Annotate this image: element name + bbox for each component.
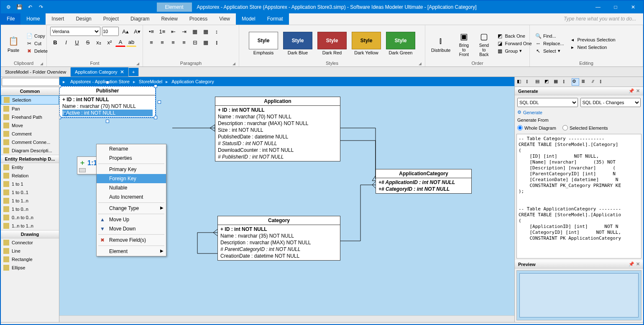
font-dialog-launcher[interactable]: ◢ [136, 61, 139, 66]
menu-diagram[interactable]: Diagram [125, 13, 155, 25]
qat-save-icon[interactable]: 💾 [15, 3, 23, 11]
tab-add-button[interactable]: + [129, 68, 139, 76]
menu-design[interactable]: Design [70, 13, 97, 25]
entity-field[interactable]: +# ApplicationID : int NOT NULL [378, 179, 469, 186]
entity-publisher[interactable]: Publisher + ID : int NOT NULLName : nvar… [59, 86, 156, 118]
pane-close-icon[interactable]: ✕ [636, 88, 640, 94]
menu-format[interactable]: Format [261, 13, 289, 25]
style-button-1[interactable]: Style [283, 32, 312, 49]
entity-field[interactable]: # PublisherID : int NOT NULL [218, 154, 337, 160]
tool-1-to-1[interactable]: 1 to 1 [1, 180, 59, 188]
menu-insert[interactable]: Insert [46, 13, 70, 25]
entity-field[interactable]: Description : nvarchar (MAX) NOT NULL [220, 239, 337, 246]
resize-handle[interactable] [59, 116, 61, 119]
menu-project[interactable]: Project [97, 13, 125, 25]
toolbox-group-common[interactable]: Common [1, 87, 59, 95]
entity-field[interactable]: Name : nvarchar (70) NOT NULL [218, 113, 337, 120]
horizontal-scrollbar[interactable] [59, 315, 514, 322]
tool-ellipse[interactable]: Ellipse [1, 264, 59, 272]
minimize-button[interactable]: — [590, 2, 606, 12]
align-right-button[interactable]: ≡ [168, 38, 178, 47]
pin-icon[interactable]: 📌 [629, 261, 634, 267]
entity-field[interactable]: + ID : int NOT NULL [218, 107, 337, 113]
connector-handle[interactable] [106, 81, 109, 84]
resize-handle[interactable] [59, 84, 61, 88]
entity-field[interactable]: + ID : int NOT NULL [62, 96, 153, 103]
rotate-handle-icon[interactable]: ↻ [64, 111, 69, 118]
entity-field[interactable]: + ID : int NOT NULL [220, 226, 337, 233]
entity-field[interactable]: +# CategoryID : int NOT NULL [378, 186, 469, 192]
strip-icon-9[interactable]: ⫽ [590, 78, 598, 86]
menu-item-move-down[interactable]: Move Down▼ [97, 224, 166, 233]
connector-handle[interactable] [158, 100, 161, 104]
crumb-diagram[interactable]: Application Category [171, 79, 214, 84]
tell-me-search[interactable]: Type here what you want to do... [560, 13, 643, 25]
add-field-icon[interactable]: ＋ [79, 159, 86, 167]
menu-file[interactable]: File [1, 13, 20, 25]
justify-button[interactable]: ≡ [179, 38, 189, 47]
entity-field[interactable]: Description : nvarchar (MAX) NOT NULL [218, 120, 337, 127]
tab-close-icon[interactable]: ✕ [120, 69, 124, 75]
next-selection-button[interactable]: ▸Next Selection [567, 44, 617, 51]
back-one-button[interactable]: ◩Back One [495, 33, 533, 39]
line-spacing-button[interactable]: ⫿ [212, 38, 222, 47]
generated-code-box[interactable]: -- Table Category ------------- CREATE T… [516, 134, 641, 258]
menu-item-auto-increment[interactable]: Auto Increment [97, 192, 166, 202]
strip-icon-8[interactable]: ≣ [581, 78, 588, 86]
align-left-button[interactable]: ≡ [146, 38, 156, 47]
maximize-button[interactable]: □ [607, 2, 624, 12]
borders-button[interactable]: ▦ [201, 38, 211, 47]
tool-freehand-path[interactable]: Freehand Path [1, 113, 59, 121]
tool-connector[interactable]: Connector [1, 238, 59, 247]
entity-field[interactable]: CreationDate : datetime NOT NULL [220, 253, 337, 259]
crumb-project[interactable]: Appstorex - Application Store [70, 79, 130, 84]
decrease-indent-button[interactable]: ⇤ [168, 27, 178, 36]
pin-icon[interactable]: 📌 [629, 88, 634, 94]
generate-source-select[interactable]: SQL DDL [517, 98, 578, 107]
connector-handle[interactable] [106, 120, 109, 123]
tool-1-to-0-n[interactable]: 1 to 0..n [1, 205, 59, 213]
group-button[interactable]: ▦Group ▾ [495, 48, 533, 54]
delete-button[interactable]: ✖Delete [24, 48, 49, 54]
select-button[interactable]: ↖Select ▾ [533, 48, 566, 54]
font-family-select[interactable]: Verdana [50, 27, 100, 36]
strip-icon-4[interactable]: ◩ [544, 78, 552, 86]
entity-field[interactable]: PublishedDate : datetime NULL [218, 133, 337, 140]
entity-field[interactable]: # StatusID : int NOT NULL [218, 140, 337, 147]
menu-item-change-type[interactable]: Change Type▶ [97, 204, 166, 213]
strip-icon-5[interactable]: ▦ [553, 78, 561, 86]
generate-target-select[interactable]: SQL DDL - Changes [580, 98, 641, 107]
tool-move[interactable]: Move [1, 121, 59, 130]
spacing-button[interactable]: ↕ [212, 27, 222, 36]
style-button-3[interactable]: Style [352, 32, 381, 49]
vert-align-button[interactable]: ⊟ [190, 38, 200, 47]
tool-comment-conne-[interactable]: Comment Conne... [1, 138, 59, 146]
tool-1-to-1-n[interactable]: 1 to 1..n [1, 197, 59, 205]
highlight-button[interactable]: ab [126, 38, 136, 47]
tool-0-n-to-0-n[interactable]: 0..n to 0..n [1, 213, 59, 222]
entity-field[interactable]: IsActive : int NOT NULL [62, 110, 153, 116]
tool-comment[interactable]: Comment [1, 130, 59, 138]
strip-icon-7[interactable]: ⚙ [572, 78, 579, 86]
menu-review[interactable]: Review [155, 13, 183, 25]
tool-relation[interactable]: Relation [1, 171, 59, 180]
align-center-button[interactable]: ≡ [157, 38, 167, 47]
tool-1-to-0-1[interactable]: 1 to 0..1 [1, 188, 59, 197]
increase-indent-button[interactable]: ⇥ [179, 27, 189, 36]
superscript-button[interactable]: x² [105, 38, 115, 47]
styles-dialog-launcher[interactable]: ◢ [419, 61, 422, 66]
menu-view[interactable]: View [213, 13, 236, 25]
menu-item-foreign-key[interactable]: Foreign Key [97, 174, 166, 183]
menu-item-primary-key[interactable]: Primary Key [97, 165, 166, 174]
cut-button[interactable]: ✂Cut [24, 40, 49, 47]
tab-application-category[interactable]: Application Category✕ [71, 67, 129, 77]
strip-icon-2[interactable]: ⫿ [526, 78, 533, 86]
tool-pan[interactable]: Pan [1, 105, 59, 113]
toolbox-group-drawing[interactable]: Drawing [1, 230, 59, 238]
menu-item-nullable[interactable]: Nullable [97, 183, 166, 192]
strip-icon-1[interactable]: ◧ [516, 78, 524, 86]
tool-rectangle[interactable]: Rectangle [1, 255, 59, 264]
font-color-button[interactable]: A [115, 38, 125, 47]
distribute-button[interactable]: ⫿Distribute [429, 33, 453, 54]
paragraph-dialog-launcher[interactable]: ◢ [233, 61, 235, 66]
